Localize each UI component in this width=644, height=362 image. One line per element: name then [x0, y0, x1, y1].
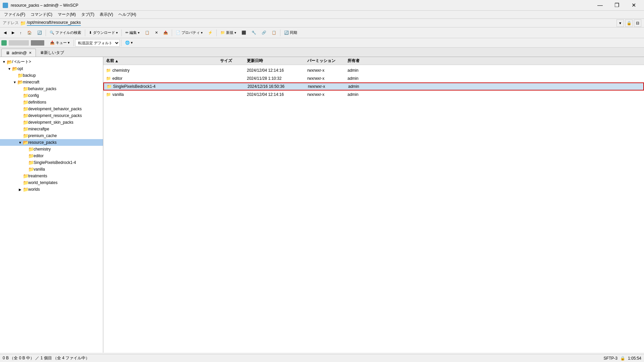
close-button[interactable]: ✕ — [626, 0, 641, 10]
col-name[interactable]: 名前 ▲ — [106, 58, 220, 64]
sync-button[interactable]: 🔄同期 — [282, 28, 300, 37]
back-button[interactable]: ◀ — [1, 28, 9, 37]
move-button[interactable]: 📤 — [161, 28, 170, 37]
refresh-button[interactable]: 🔄 — [35, 28, 44, 37]
up-button[interactable]: ↑ — [17, 28, 24, 37]
tree-item-label: minecraftpe — [28, 127, 49, 131]
folder-icon: 📁 — [23, 120, 28, 125]
col-owner[interactable]: 所有者 — [347, 58, 381, 64]
home-button[interactable]: 🏠 — [25, 28, 34, 37]
tree-item-backup[interactable]: ▶ 📁 backup — [0, 72, 103, 79]
tree-item-world-templates[interactable]: ▶ 📁 world_templates — [0, 179, 103, 186]
menu-view[interactable]: 表示(V) — [97, 11, 116, 18]
lock-button[interactable]: 🔒 — [625, 19, 633, 27]
tree-item-premium-cache[interactable]: ▶ 📁 premium_cache — [0, 132, 103, 139]
refresh-icon: 🔄 — [37, 31, 42, 35]
transfer-settings-select[interactable]: 転送設定 デフォルト — [75, 39, 120, 47]
menu-mark[interactable]: マーク(M) — [55, 11, 78, 18]
tab-icon: 🖥 — [6, 51, 10, 55]
menu-bar: ファイル(F) コマンド(C) マーク(M) タブ(T) 表示(V) ヘルプ(H… — [0, 11, 644, 19]
status-bar: 0 B （全 0 B 中） ／ 1 個目 （全 4 ファイル中） SFTP-3 … — [0, 354, 644, 362]
expand-icon[interactable]: ▶ — [17, 188, 23, 191]
file-owner: admin — [347, 68, 381, 73]
tree-item-dev-resource[interactable]: ▶ 📁 development_resource_packs — [0, 112, 103, 119]
tree-item-minecraft[interactable]: ▼ 📂 minecraft — [0, 79, 103, 85]
download-button[interactable]: ⬇ダウンロード▾ — [87, 28, 120, 37]
tab-admin[interactable]: 🖥 admin@ ✕ — [1, 49, 36, 57]
toolbar-separator-5 — [216, 29, 217, 36]
status-right: SFTP-3 🔒 1:05:54 — [604, 356, 641, 361]
tree-item-root[interactable]: ▼ 📂 / <ルート> — [0, 58, 103, 65]
tree-item-vanilla[interactable]: ▶ 📁 vanilla — [0, 166, 103, 173]
folder-icon: 📁 — [28, 167, 34, 172]
console-button[interactable]: ⬛ — [239, 28, 249, 37]
col-name-label: 名前 — [106, 58, 114, 64]
menu-tab[interactable]: タブ(T) — [78, 11, 97, 18]
props-dropdown-arrow: ▾ — [201, 31, 203, 35]
file-owner: admin — [347, 76, 381, 81]
maximize-button[interactable]: ❐ — [609, 0, 625, 10]
folder-icon: 📁 — [20, 20, 25, 26]
tree-item-worlds[interactable]: ▶ 📁 worlds — [0, 186, 103, 193]
tree-item-opt[interactable]: ▼ 📂 opt — [0, 65, 103, 72]
tree-item-behavior-packs[interactable]: ▶ 📁 behavior_packs — [0, 85, 103, 92]
tree-item-dev-skin[interactable]: ▶ 📁 development_skin_packs — [0, 119, 103, 126]
tree-item-editor[interactable]: ▶ 📁 editor — [0, 153, 103, 159]
expand-icon[interactable]: ▼ — [12, 80, 17, 84]
lightning-button[interactable]: ⚡ — [206, 28, 215, 37]
copy-button[interactable]: 📋 — [143, 28, 152, 37]
list-button[interactable]: 📋 — [269, 28, 279, 37]
search-button[interactable]: 🔍ファイルの検索 — [47, 28, 84, 37]
new-tab-icon: 🖥 — [40, 50, 44, 55]
folder-icon: 📁 — [23, 126, 28, 132]
address-dropdown-button[interactable]: ▾ — [616, 19, 624, 27]
file-owner: admin — [348, 84, 382, 89]
edit-button[interactable]: ✏編集▾ — [123, 28, 142, 37]
settings2-button[interactable]: 🔧 — [249, 28, 259, 37]
file-row-editor[interactable]: 📁editor 2024/11/28 1:10:32 rwxrwxr-x adm… — [103, 74, 644, 82]
file-date: 2024/12/16 16:50:36 — [248, 84, 308, 89]
expand-icon[interactable]: ▼ — [17, 141, 23, 144]
file-row-vanilla[interactable]: 📁vanilla 2024/12/04 12:14:16 rwxrwxr-x a… — [103, 90, 644, 99]
new-tab-button[interactable]: 🖥 新しいタブ — [37, 49, 67, 57]
split-button[interactable]: ⊟ — [634, 19, 641, 27]
sync-icon: 🔄 — [284, 31, 289, 35]
new-button[interactable]: 📁新規▾ — [218, 28, 238, 37]
file-row-singlepixels[interactable]: 📁SinglePixelsBedrock1-4 2024/12/16 16:50… — [103, 82, 644, 90]
tree-item-dev-behavior[interactable]: ▶ 📁 development_behavior_packs — [0, 106, 103, 112]
forward-button[interactable]: ▶ — [9, 28, 17, 37]
menu-command[interactable]: コマンド(C) — [28, 11, 55, 18]
minimize-button[interactable]: — — [592, 0, 608, 10]
tree-item-chemistry[interactable]: ▶ 📁 chemistry — [0, 146, 103, 153]
expand-icon[interactable]: ▼ — [1, 60, 7, 64]
queue-button[interactable]: 📥キュー ▾ — [48, 39, 72, 47]
col-perm[interactable]: パーミッション — [307, 58, 347, 64]
tree-item-resource-packs[interactable]: ▼ 📂 resource_packs — [0, 139, 103, 146]
tree-item-singlepixels[interactable]: ▶ 📁 SinglePixelsBedrock1-4 — [0, 159, 103, 166]
address-path[interactable]: /opt/minecraft/resource_packs — [27, 20, 81, 26]
file-perm: rwxrwxr-x — [307, 92, 347, 97]
search-icon: 🔍 — [50, 31, 54, 35]
col-size[interactable]: サイズ — [220, 58, 247, 64]
browser-button[interactable]: 🌐▾ — [123, 39, 135, 47]
folder-icon: 📁 — [23, 106, 28, 112]
tree-item-definitions[interactable]: ▶ 📁 definitions — [0, 99, 103, 106]
col-date[interactable]: 更新日時 — [247, 58, 307, 64]
tree-item-config[interactable]: ▶ 📁 config — [0, 92, 103, 99]
protocol-label: SFTP-3 — [604, 356, 618, 361]
menu-file[interactable]: ファイル(F) — [1, 11, 28, 18]
tree-item-label: resource_packs — [28, 140, 57, 145]
folder-icon: 📁 — [106, 92, 111, 97]
delete-icon: ✕ — [155, 31, 158, 35]
properties-button[interactable]: 📄プロパティ▾ — [173, 28, 205, 37]
delete-button[interactable]: ✕ — [153, 28, 160, 37]
link-button[interactable]: 🔗 — [259, 28, 269, 37]
file-row-chemistry[interactable]: 📁chemistry 2024/12/04 12:14:16 rwxrwxr-x… — [103, 66, 644, 74]
tree-item-minecraftpe[interactable]: ▶ 📁 minecraftpe — [0, 126, 103, 132]
tree-item-treatments[interactable]: ▶ 📁 treatments — [0, 173, 103, 179]
sort-arrow: ▲ — [115, 59, 119, 63]
col-size-label: サイズ — [220, 58, 232, 64]
tab-close-button[interactable]: ✕ — [29, 51, 32, 55]
menu-help[interactable]: ヘルプ(H) — [116, 11, 139, 18]
expand-icon[interactable]: ▼ — [7, 67, 12, 71]
